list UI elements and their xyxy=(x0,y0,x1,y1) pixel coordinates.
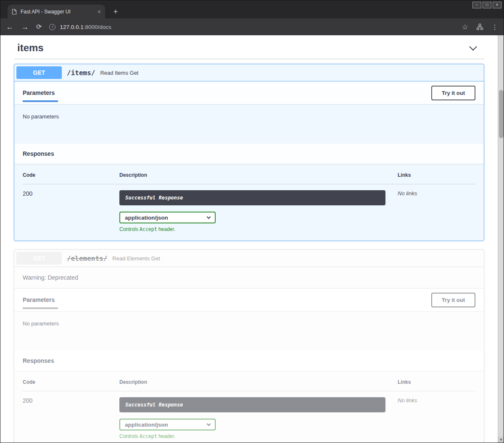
browser-menu-icon[interactable]: ⋮ xyxy=(491,23,498,31)
http-method-badge: GET xyxy=(16,66,62,79)
parameters-header: Parameters Try it out xyxy=(14,288,484,311)
note-suffix: header. xyxy=(157,226,175,232)
parameters-body: No parameters xyxy=(14,311,484,351)
parameters-title: Parameters xyxy=(23,296,55,303)
accept-header-note: Controls Accept header. xyxy=(119,226,385,232)
response-code: 200 xyxy=(23,190,119,232)
description-column-header: Description xyxy=(119,172,385,178)
page-scrollbar[interactable]: ▼ xyxy=(498,35,504,443)
active-tab-underline xyxy=(23,307,58,309)
media-type-value: application/json xyxy=(125,215,168,221)
tag-section-header[interactable]: items xyxy=(14,38,484,59)
accept-header-note: Controls Accept header. xyxy=(119,433,385,439)
try-it-out-button[interactable]: Try it out xyxy=(431,293,475,307)
responses-header: Responses xyxy=(14,144,484,164)
note-suffix: header. xyxy=(157,433,175,439)
deprecated-warning: Warning: Deprecated xyxy=(14,267,484,288)
responses-title: Responses xyxy=(23,150,54,157)
response-links: No links xyxy=(398,397,475,439)
code-column-header: Code xyxy=(23,172,119,178)
note-prefix: Controls xyxy=(119,226,140,232)
maximize-button[interactable]: □ xyxy=(483,2,491,8)
responses-body: Code Description Links 200 Successful Re… xyxy=(14,164,484,241)
media-type-select[interactable]: application/json xyxy=(119,212,216,223)
responses-table-header: Code Description Links xyxy=(23,379,475,391)
reload-icon[interactable]: ⟳ xyxy=(36,24,42,30)
http-method-badge: GET xyxy=(16,252,62,265)
response-links: No links xyxy=(398,190,475,232)
response-row: 200 Successful Response application/json… xyxy=(23,184,475,232)
url-host: 127.0.0.1 xyxy=(60,24,83,30)
parameters-header: Parameters Try it out xyxy=(14,81,484,104)
minimize-button[interactable]: − xyxy=(472,2,481,8)
page-content: items GET /items/ Read Items Get Paramet… xyxy=(0,35,498,443)
response-description: Successful Response xyxy=(119,190,385,205)
responses-body: Code Description Links 200 Successful Re… xyxy=(14,371,484,443)
chevron-down-icon xyxy=(207,422,211,426)
opblock-get-items: GET /items/ Read Items Get Parameters Tr… xyxy=(14,64,484,241)
active-tab-underline xyxy=(23,100,58,102)
chevron-down-icon[interactable] xyxy=(469,43,477,50)
window-controls: − □ × xyxy=(472,2,501,8)
operation-summary-text: Read Items Get xyxy=(100,70,138,76)
note-code: Accept xyxy=(140,433,157,439)
operation-summary[interactable]: GET /elements/ Read Elements Get xyxy=(14,250,484,267)
no-parameters-text: No parameters xyxy=(23,320,59,327)
browser-toolbar: ← → ⟳ i 127.0.0.1:8000/docs ☆ ⋮ xyxy=(0,18,504,35)
site-info-icon[interactable]: i xyxy=(49,24,55,30)
links-column-header: Links xyxy=(398,379,475,385)
media-type-value: application/json xyxy=(125,422,168,428)
try-it-out-button[interactable]: Try it out xyxy=(431,86,475,100)
response-code: 200 xyxy=(23,397,119,439)
parameters-title: Parameters xyxy=(23,89,55,96)
response-row: 200 Successful Response application/json… xyxy=(23,391,475,439)
operation-path: /items/ xyxy=(67,69,95,77)
note-prefix: Controls xyxy=(119,433,140,439)
note-code: Accept xyxy=(140,226,157,232)
scrollbar-thumb[interactable] xyxy=(499,90,504,138)
parameters-body: No parameters xyxy=(14,104,484,144)
address-bar[interactable]: 127.0.0.1:8000/docs xyxy=(60,24,111,30)
opblock-get-elements-deprecated: GET /elements/ Read Elements Get Warning… xyxy=(14,249,484,443)
url-path: :8000/docs xyxy=(84,24,111,30)
response-description: Successful Response xyxy=(119,397,385,412)
tab-title: Fast API - Swagger UI xyxy=(21,9,94,15)
browser-titlebar: Fast API - Swagger UI × + − □ × xyxy=(0,0,504,18)
bookmark-star-icon[interactable]: ☆ xyxy=(462,23,468,31)
description-column-header: Description xyxy=(119,379,385,385)
code-column-header: Code xyxy=(23,379,119,385)
forward-icon[interactable]: → xyxy=(21,23,29,31)
tab-close-icon[interactable]: × xyxy=(98,9,101,15)
links-column-header: Links xyxy=(398,172,475,178)
operation-summary-text: Read Elements Get xyxy=(112,255,160,262)
no-parameters-text: No parameters xyxy=(23,113,59,120)
sitemap-icon[interactable] xyxy=(476,24,483,30)
responses-table-header: Code Description Links xyxy=(23,172,475,184)
media-type-select[interactable]: application/json xyxy=(119,419,216,430)
close-button[interactable]: × xyxy=(493,2,501,8)
operation-summary[interactable]: GET /items/ Read Items Get xyxy=(14,64,484,81)
browser-tab[interactable]: Fast API - Swagger UI × xyxy=(8,5,105,18)
operation-path: /elements/ xyxy=(67,254,107,262)
new-tab-button[interactable]: + xyxy=(110,7,121,16)
chevron-down-icon xyxy=(207,215,211,219)
responses-header: Responses xyxy=(14,351,484,371)
back-icon[interactable]: ← xyxy=(6,23,13,31)
responses-title: Responses xyxy=(23,357,54,364)
page-favicon-icon xyxy=(12,9,17,15)
tag-title: items xyxy=(17,42,44,54)
scroll-down-arrow-icon[interactable]: ▼ xyxy=(498,437,504,443)
